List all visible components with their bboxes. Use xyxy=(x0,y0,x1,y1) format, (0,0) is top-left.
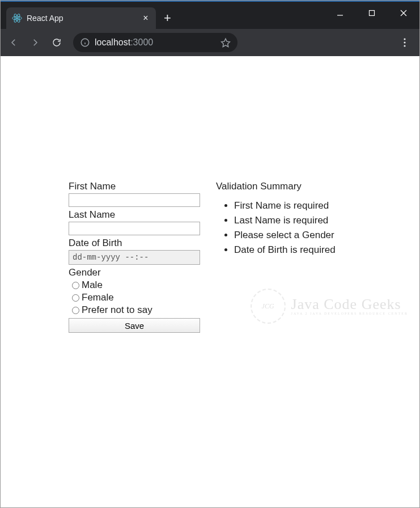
window-titlebar: React App × + xyxy=(1,2,419,29)
watermark-line1: Java Code Geeks xyxy=(291,297,408,312)
gender-radio-male[interactable] xyxy=(72,282,79,289)
dob-input[interactable]: dd-mm-yyyy --:-- xyxy=(69,250,200,265)
last-name-label: Last Name xyxy=(69,209,209,221)
browser-toolbar: localhost:3000 xyxy=(1,29,419,56)
react-favicon xyxy=(12,13,22,23)
save-button[interactable]: Save xyxy=(69,318,200,333)
validation-item: Last Name is required xyxy=(234,215,336,226)
svg-marker-12 xyxy=(222,39,230,46)
new-tab-button[interactable]: + xyxy=(164,11,171,26)
page-content: First Name Last Name Date of Birth dd-mm… xyxy=(1,56,419,333)
gender-option-male-label: Male xyxy=(82,280,103,291)
tab-close-icon[interactable]: × xyxy=(141,13,150,23)
nav-forward-button[interactable] xyxy=(26,33,45,52)
gender-option-female-label: Female xyxy=(82,292,114,303)
svg-point-13 xyxy=(404,38,405,40)
window-maximize-button[interactable] xyxy=(356,2,388,24)
validation-heading: Validation Summary xyxy=(216,181,336,192)
last-name-input[interactable] xyxy=(69,222,200,235)
form-column: First Name Last Name Date of Birth dd-mm… xyxy=(69,181,209,333)
address-bar[interactable]: localhost:3000 xyxy=(73,33,237,52)
validation-item: Date of Birth is required xyxy=(234,244,336,256)
gender-radio-prefer-not[interactable] xyxy=(72,307,79,314)
first-name-label: First Name xyxy=(69,181,209,192)
window-minimize-button[interactable] xyxy=(324,2,356,24)
url-text: localhost:3000 xyxy=(95,37,216,48)
watermark-logo: JCG Java Code Geeks JAVA 2 JAVA DEVELOPE… xyxy=(251,289,408,324)
browser-menu-button[interactable] xyxy=(393,33,416,52)
dob-label: Date of Birth xyxy=(69,238,209,249)
site-info-icon[interactable] xyxy=(80,37,90,48)
gender-option-prefer-not-label: Prefer not to say xyxy=(82,304,152,316)
nav-reload-button[interactable] xyxy=(47,33,66,52)
gender-label: Gender xyxy=(69,267,209,278)
svg-rect-6 xyxy=(370,11,375,16)
bookmark-star-icon[interactable] xyxy=(220,37,231,48)
validation-item: Please select a Gender xyxy=(234,230,336,241)
svg-point-14 xyxy=(404,41,405,43)
first-name-input[interactable] xyxy=(69,193,200,207)
window-close-button[interactable] xyxy=(388,2,419,24)
watermark-line2: JAVA 2 JAVA DEVELOPERS RESOURCE CENTER xyxy=(291,312,408,315)
browser-tab[interactable]: React App × xyxy=(6,7,156,29)
nav-back-button[interactable] xyxy=(4,33,23,52)
watermark-badge: JCG xyxy=(251,289,286,324)
svg-point-15 xyxy=(404,45,405,46)
tab-title: React App xyxy=(27,14,137,23)
validation-item: First Name is required xyxy=(234,200,336,211)
gender-radio-female[interactable] xyxy=(72,294,79,302)
